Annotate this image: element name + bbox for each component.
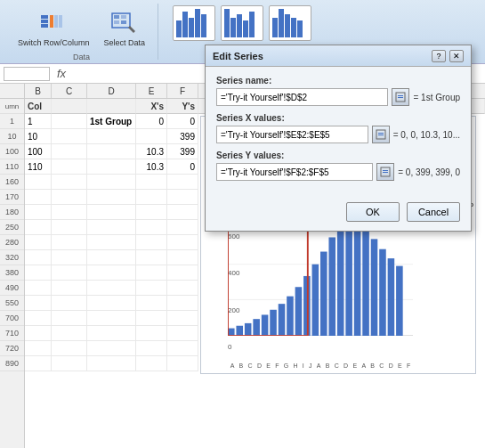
cell-C280[interactable] xyxy=(52,235,87,250)
cell-F170[interactable] xyxy=(167,190,198,205)
cell-E100[interactable]: 10.3 xyxy=(136,144,167,159)
cell-C320[interactable] xyxy=(52,250,87,265)
cell-F180[interactable] xyxy=(167,205,198,220)
cell-C700[interactable] xyxy=(52,311,87,326)
cell-E250[interactable] xyxy=(136,220,167,235)
cell-B180[interactable] xyxy=(25,205,52,220)
cell-E550[interactable] xyxy=(136,296,167,311)
cell-B490[interactable] xyxy=(25,281,52,296)
cell-C250[interactable] xyxy=(52,220,87,235)
cell-C160[interactable] xyxy=(52,175,87,190)
cell-C1[interactable] xyxy=(52,114,87,129)
cell-B100[interactable]: 100 xyxy=(25,144,52,159)
cell-B280[interactable] xyxy=(25,235,52,250)
cell-C180[interactable] xyxy=(52,205,87,220)
cell-C550[interactable] xyxy=(52,296,87,311)
cell-F320[interactable] xyxy=(167,250,198,265)
cell-C490[interactable] xyxy=(52,281,87,296)
cell-F550[interactable] xyxy=(167,296,198,311)
cell-E720[interactable] xyxy=(136,341,167,356)
cell-F700[interactable] xyxy=(167,311,198,326)
cell-D100[interactable] xyxy=(87,144,136,159)
cell-D180[interactable] xyxy=(87,205,136,220)
cell-D720[interactable] xyxy=(87,341,136,356)
cell-E280[interactable] xyxy=(136,235,167,250)
cell-B-header[interactable]: Col xyxy=(25,99,52,114)
cell-C710[interactable] xyxy=(52,326,87,341)
cell-E380[interactable] xyxy=(136,265,167,281)
cell-E700[interactable] xyxy=(136,311,167,326)
cell-F710[interactable] xyxy=(167,326,198,341)
cell-E10[interactable] xyxy=(136,129,167,144)
cell-D380[interactable] xyxy=(87,265,136,281)
cell-B720[interactable] xyxy=(25,341,52,356)
series-name-ref-button[interactable] xyxy=(392,88,409,106)
cell-D-header[interactable] xyxy=(87,99,136,114)
cell-E1[interactable]: 0 xyxy=(136,114,167,129)
dialog-close-button[interactable]: ✕ xyxy=(449,50,464,62)
series-x-input[interactable] xyxy=(216,126,368,143)
cell-B710[interactable] xyxy=(25,326,52,341)
cell-B250[interactable] xyxy=(25,220,52,235)
cell-B700[interactable] xyxy=(25,311,52,326)
cell-C110[interactable] xyxy=(52,159,87,175)
cell-E160[interactable] xyxy=(136,175,167,190)
cell-C720[interactable] xyxy=(52,341,87,356)
cell-B160[interactable] xyxy=(25,175,52,190)
cell-D250[interactable] xyxy=(87,220,136,235)
cell-D320[interactable] xyxy=(87,250,136,265)
cell-F10[interactable]: 399 xyxy=(167,129,198,144)
cell-B320[interactable] xyxy=(25,250,52,265)
chart-layout-3[interactable] xyxy=(269,5,311,41)
cell-C890[interactable] xyxy=(52,356,87,371)
cell-F110[interactable]: 0 xyxy=(167,159,198,175)
cell-C10[interactable] xyxy=(52,129,87,144)
cell-D170[interactable] xyxy=(87,190,136,205)
cell-D890[interactable] xyxy=(87,356,136,371)
switch-row-col-button[interactable]: Switch Row/Column xyxy=(12,5,95,51)
cell-F160[interactable] xyxy=(167,175,198,190)
cell-C380[interactable] xyxy=(52,265,87,281)
cell-B1[interactable]: 1 xyxy=(25,114,52,129)
cell-F100[interactable]: 399 xyxy=(167,144,198,159)
cell-F1[interactable]: 0 xyxy=(167,114,198,129)
cell-B10[interactable]: 10 xyxy=(25,129,52,144)
cell-E710[interactable] xyxy=(136,326,167,341)
cell-D550[interactable] xyxy=(87,296,136,311)
select-data-button[interactable]: Select Data xyxy=(99,5,151,51)
cell-B170[interactable] xyxy=(25,190,52,205)
cell-D110[interactable] xyxy=(87,159,136,175)
cell-name-box[interactable] xyxy=(4,67,50,81)
chart-layout-2[interactable] xyxy=(221,5,263,41)
cell-E890[interactable] xyxy=(136,356,167,371)
series-y-input[interactable] xyxy=(216,163,373,181)
cell-D490[interactable] xyxy=(87,281,136,296)
cell-B890[interactable] xyxy=(25,356,52,371)
series-name-input[interactable] xyxy=(216,88,388,106)
cell-D280[interactable] xyxy=(87,235,136,250)
cell-C-header[interactable] xyxy=(52,99,87,114)
ok-button[interactable]: OK xyxy=(346,202,400,222)
cell-B110[interactable]: 110 xyxy=(25,159,52,175)
cell-E490[interactable] xyxy=(136,281,167,296)
cell-D1[interactable]: 1st Group xyxy=(87,114,136,129)
cell-D710[interactable] xyxy=(87,326,136,341)
cell-F490[interactable] xyxy=(167,281,198,296)
cell-E180[interactable] xyxy=(136,205,167,220)
cell-F890[interactable] xyxy=(167,356,198,371)
cell-D10[interactable] xyxy=(87,129,136,144)
dialog-help-button[interactable]: ? xyxy=(432,50,446,62)
cell-F250[interactable] xyxy=(167,220,198,235)
cell-E170[interactable] xyxy=(136,190,167,205)
cell-E320[interactable] xyxy=(136,250,167,265)
cell-F-header[interactable]: Y's xyxy=(167,99,198,114)
cell-B380[interactable] xyxy=(25,265,52,281)
cell-C100[interactable] xyxy=(52,144,87,159)
cell-F720[interactable] xyxy=(167,341,198,356)
cell-F280[interactable] xyxy=(167,235,198,250)
series-y-ref-button[interactable] xyxy=(376,163,394,181)
chart-layout-1[interactable] xyxy=(173,5,215,41)
cell-B550[interactable] xyxy=(25,296,52,311)
cell-E-header[interactable]: X's xyxy=(136,99,167,114)
cell-E110[interactable]: 10.3 xyxy=(136,159,167,175)
